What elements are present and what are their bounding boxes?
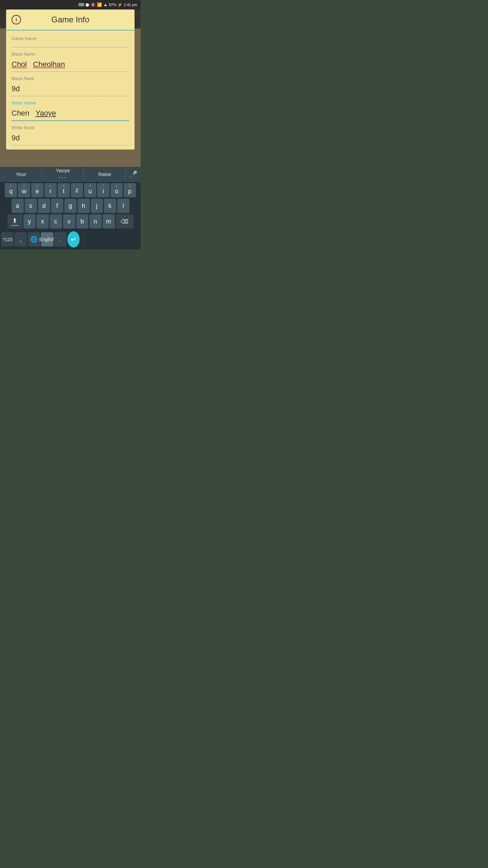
white-name-label: White Name <box>12 100 129 105</box>
black-name-label: Black Name <box>12 52 129 57</box>
black-rank-value: 9d <box>12 83 129 95</box>
backspace-key[interactable]: ⌫ <box>116 214 134 229</box>
white-name-value: Chen Yaoye <box>12 107 129 119</box>
suggestion-yaoye[interactable]: Yaoye ··· <box>42 164 84 184</box>
game-name-field[interactable]: Game Name <box>12 33 129 47</box>
keyboard-rows: 1q 2w 3e 4r 5t z 6u 7i 8o 9p a s d f g h… <box>0 182 141 231</box>
key-r[interactable]: 4r <box>44 183 57 197</box>
word-suggestions: Your Yaoye ··· Raise 🎤 <box>0 167 141 182</box>
keyboard-row-1: 1q 2w 3e 4r 5t z 6u 7i 8o 9p <box>1 183 139 197</box>
key-d[interactable]: d <box>38 199 50 213</box>
wifi-icon: 📶 <box>97 2 102 7</box>
key-g[interactable]: g <box>64 199 77 213</box>
battery-icon: ⚡ <box>118 3 122 7</box>
key-u[interactable]: 6u <box>84 183 96 197</box>
keyboard-row-3: ⬆ y x c v b n m ⌫ <box>1 214 139 229</box>
period-key[interactable]: . <box>54 232 66 246</box>
space-key[interactable]: English <box>41 232 53 246</box>
keyboard: Your Yaoye ··· Raise 🎤 1q 2w 3e 4r 5t z … <box>0 167 141 250</box>
enter-key[interactable]: ↵ <box>67 231 80 248</box>
keyboard-icon: ⌨ <box>78 2 84 7</box>
key-y[interactable]: y <box>23 214 36 229</box>
bluetooth-icon: ⬢ <box>85 2 89 7</box>
dialog-header: i Game Info <box>6 9 135 31</box>
keyboard-bottom-row: ?123 , 🌐 English . ↵ <box>0 231 141 250</box>
dialog-title: Game Info <box>25 15 116 24</box>
key-a[interactable]: a <box>12 199 24 213</box>
num-symbol-key[interactable]: ?123 <box>1 232 14 246</box>
white-rank-value: 9d <box>12 132 129 144</box>
mute-icon: 🔇 <box>90 2 96 7</box>
signal-icon: ▲ <box>103 2 107 7</box>
key-x[interactable]: x <box>37 214 49 229</box>
key-s[interactable]: s <box>25 199 37 213</box>
key-t[interactable]: 5t <box>58 183 70 197</box>
mic-icon[interactable]: 🎤 <box>126 170 141 178</box>
black-rank-label: Black Rank <box>12 76 129 81</box>
key-z[interactable]: z <box>71 183 83 197</box>
comma-key[interactable]: , <box>15 232 27 246</box>
black-name-field[interactable]: Black Name Chol Cheolhan <box>12 49 129 72</box>
key-n[interactable]: n <box>89 214 102 229</box>
white-name-field[interactable]: White Name Chen Yaoye <box>12 98 129 121</box>
battery-percentage: 87% <box>109 3 116 7</box>
black-name-value: Chol Cheolhan <box>12 59 129 70</box>
black-last-name: Cheolhan <box>33 60 65 68</box>
key-w[interactable]: 2w <box>18 183 30 197</box>
white-rank-field[interactable]: White Rank 9d <box>12 122 129 145</box>
key-q[interactable]: 1q <box>5 183 17 197</box>
dialog-body: Game Name Black Name Chol Cheolhan Black… <box>6 31 135 150</box>
time: 1:41 pm <box>124 3 137 7</box>
game-info-dialog: i Game Info Game Name Black Name Chol Ch… <box>6 9 135 150</box>
key-l[interactable]: l <box>117 199 129 213</box>
keyboard-row-2: a s d f g h j k l <box>1 199 139 213</box>
white-first-name: Chen <box>12 109 29 117</box>
info-icon: i <box>12 15 21 24</box>
black-rank-field[interactable]: Black Rank 9d <box>12 73 129 96</box>
game-name-label: Game Name <box>12 36 129 41</box>
status-bar: ⌨ ⬢ 🔇 📶 ▲ 87% ⚡ 1:41 pm <box>0 0 141 9</box>
key-h[interactable]: h <box>78 199 90 213</box>
suggestion-dots: ··· <box>59 173 67 181</box>
game-name-value <box>12 43 129 46</box>
key-e[interactable]: 3e <box>31 183 43 197</box>
key-c[interactable]: c <box>50 214 62 229</box>
status-icons: ⌨ ⬢ 🔇 📶 ▲ 87% ⚡ 1:41 pm <box>78 2 137 7</box>
globe-key[interactable]: 🌐 <box>28 232 40 246</box>
key-i[interactable]: 7i <box>97 183 109 197</box>
key-k[interactable]: k <box>104 199 116 213</box>
key-m[interactable]: m <box>103 214 115 229</box>
black-first-name: Chol <box>12 60 27 68</box>
suggestion-your[interactable]: Your <box>0 168 42 180</box>
shift-key[interactable]: ⬆ <box>7 214 22 229</box>
suggestion-raise[interactable]: Raise <box>84 168 126 180</box>
white-last-name: Yaoye <box>36 109 56 117</box>
key-o[interactable]: 8o <box>110 183 123 197</box>
white-rank-label: White Rank <box>12 125 129 130</box>
key-v[interactable]: v <box>63 214 75 229</box>
key-p[interactable]: 9p <box>124 183 136 197</box>
key-b[interactable]: b <box>76 214 88 229</box>
key-f[interactable]: f <box>51 199 63 213</box>
key-j[interactable]: j <box>91 199 103 213</box>
